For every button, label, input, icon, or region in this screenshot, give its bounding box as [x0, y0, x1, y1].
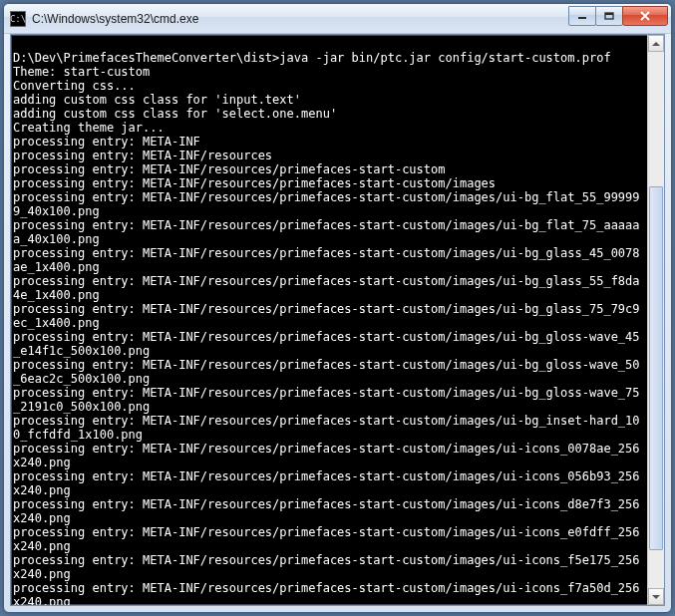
titlebar[interactable]: C:\ C:\Windows\system32\cmd.exe — [4, 4, 671, 34]
maximize-button[interactable] — [595, 6, 623, 26]
client-area: D:\Dev\PrimefacesThemeConverter\dist>jav… — [10, 34, 665, 606]
chevron-up-icon — [652, 42, 660, 46]
svg-rect-2 — [605, 13, 613, 15]
scroll-thumb[interactable] — [649, 186, 663, 551]
window-title: C:\Windows\system32\cmd.exe — [32, 12, 569, 26]
scroll-up-button[interactable] — [648, 35, 664, 52]
console-output[interactable]: D:\Dev\PrimefacesThemeConverter\dist>jav… — [11, 35, 647, 605]
command-prompt-window: C:\ C:\Windows\system32\cmd.exe D:\Dev\P… — [3, 3, 672, 613]
minimize-button[interactable] — [568, 6, 596, 26]
chevron-down-icon — [652, 595, 660, 599]
scroll-down-button[interactable] — [648, 588, 664, 605]
cmd-icon: C:\ — [10, 11, 26, 27]
cmd-icon-text: C:\ — [10, 14, 26, 24]
maximize-icon — [604, 12, 614, 20]
close-button[interactable] — [622, 6, 668, 26]
close-icon — [639, 11, 651, 21]
scroll-track[interactable] — [648, 52, 664, 588]
svg-rect-0 — [578, 17, 586, 19]
vertical-scrollbar[interactable] — [647, 35, 664, 605]
minimize-icon — [577, 12, 587, 20]
window-controls — [569, 9, 668, 29]
